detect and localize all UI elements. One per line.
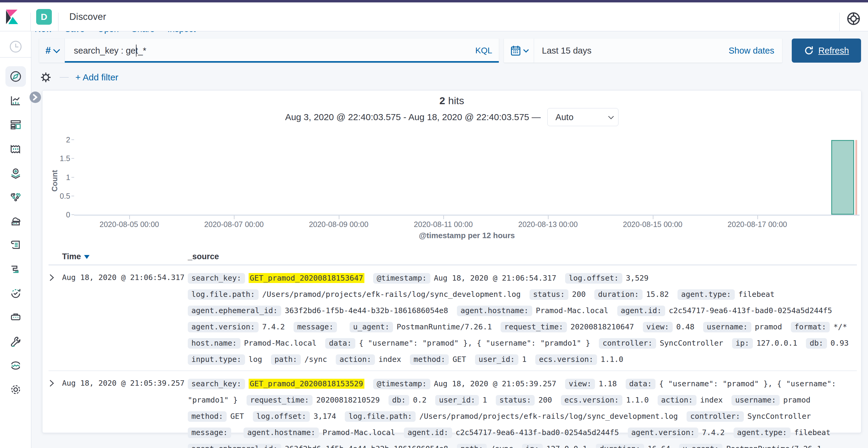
field-value: GET bbox=[453, 355, 466, 364]
field-name-badge: username: bbox=[732, 395, 779, 406]
sidebar-item-discover[interactable] bbox=[5, 66, 26, 87]
field-name-badge: search_key: bbox=[188, 273, 245, 284]
row-source: search_key:GET_pramod_20200818153529 @ti… bbox=[188, 376, 857, 448]
field-name-badge: agent.version: bbox=[628, 427, 699, 438]
time-column-header[interactable]: Time bbox=[62, 252, 188, 261]
sidebar-item-machine-learning[interactable] bbox=[5, 187, 26, 207]
field-name-badge: log.offset: bbox=[253, 411, 310, 422]
app-sidebar bbox=[0, 31, 31, 448]
sidebar-item-management[interactable] bbox=[5, 379, 26, 400]
query-text: search_key : get_* bbox=[74, 46, 146, 56]
sidebar-item-canvas[interactable] bbox=[5, 138, 26, 159]
field-name-badge: message: bbox=[293, 322, 337, 333]
time-range-value[interactable]: Last 15 days bbox=[534, 46, 728, 56]
field-value: log bbox=[249, 355, 262, 364]
hits-count: 2hits bbox=[42, 95, 861, 107]
expand-row-button[interactable] bbox=[49, 270, 62, 368]
sidebar-item-logs[interactable] bbox=[5, 235, 26, 255]
field-value: 7.4.2 bbox=[702, 428, 724, 437]
sidebar-item-siem[interactable] bbox=[5, 307, 26, 328]
field-value: Pramod-Mac.local bbox=[536, 306, 609, 315]
x-tick-mark bbox=[339, 215, 339, 219]
apm-icon bbox=[9, 263, 22, 276]
y-tick-mark bbox=[71, 196, 74, 196]
field-name-badge: @timestamp: bbox=[373, 379, 430, 389]
discover-icon bbox=[9, 70, 22, 83]
add-filter-link[interactable]: + Add filter bbox=[75, 72, 119, 82]
field-name-badge: input.type: bbox=[188, 354, 245, 365]
field-value: /sync bbox=[304, 355, 327, 364]
current-time-marker bbox=[855, 140, 857, 215]
field-name-badge: agent.hostname: bbox=[457, 306, 532, 316]
table-header: Time _source bbox=[49, 248, 857, 265]
field-value: c2c54717-9ea6-413f-bad0-0254a5d244f5 bbox=[456, 428, 619, 437]
field-value: GET_pramod_20200818153529 bbox=[249, 379, 364, 388]
filter-settings-gear-icon[interactable] bbox=[39, 71, 53, 84]
field-name-badge: log.file.path: bbox=[188, 289, 258, 300]
refresh-button[interactable]: Refresh bbox=[792, 38, 861, 63]
y-tick-mark bbox=[71, 177, 74, 178]
field-name-badge: action: bbox=[658, 395, 696, 406]
field-name-badge: duration: bbox=[596, 444, 644, 448]
canvas-icon bbox=[9, 142, 22, 156]
hits-label: hits bbox=[448, 95, 464, 106]
field-value: /Users/pramod/projects/efk-rails/log/syn… bbox=[262, 290, 521, 299]
sidebar-item-dev-tools[interactable] bbox=[5, 331, 26, 352]
date-quick-select-button[interactable] bbox=[504, 38, 534, 63]
sidebar-item-stack-monitoring[interactable] bbox=[5, 355, 26, 376]
x-tick-mark bbox=[234, 215, 235, 219]
interval-value: Auto bbox=[555, 112, 574, 122]
sidebar-item-uptime[interactable] bbox=[5, 283, 26, 304]
filter-bar: + Add filter bbox=[39, 70, 119, 85]
discover-main-panel: 2hits Aug 3, 2020 @ 22:40:03.575 - Aug 1… bbox=[42, 90, 861, 433]
x-tick-mark bbox=[443, 215, 444, 219]
header-divider bbox=[30, 13, 31, 31]
field-value: 0.48 bbox=[676, 322, 694, 331]
histogram-bar[interactable] bbox=[831, 140, 854, 215]
x-tick-label: 2020-08-15 00:00 bbox=[623, 220, 682, 229]
kibana-logo[interactable] bbox=[5, 8, 19, 26]
interval-select[interactable]: Auto bbox=[547, 108, 618, 126]
sidebar-item-visualize[interactable] bbox=[5, 90, 26, 111]
field-name-badge: format: bbox=[791, 322, 830, 333]
field-value: 363f2bd6-1f5b-4e44-b32b-1861686054e8 bbox=[285, 444, 448, 448]
query-language-button[interactable]: KQL bbox=[475, 38, 492, 63]
filter-type-button[interactable]: # bbox=[39, 38, 65, 63]
sidebar-item-metrics[interactable] bbox=[5, 211, 26, 231]
sidebar-item-recently-viewed[interactable] bbox=[8, 39, 24, 55]
sidebar-item-maps[interactable] bbox=[5, 163, 26, 183]
field-value: PostmanRuntime/7.26.1 bbox=[397, 322, 492, 331]
field-value: index bbox=[700, 395, 723, 404]
y-tick-mark bbox=[71, 214, 74, 215]
chevron-right-icon bbox=[49, 379, 55, 387]
expand-row-button[interactable] bbox=[49, 376, 62, 448]
field-value: SyncController bbox=[747, 412, 811, 421]
x-tick-mark bbox=[757, 215, 758, 219]
header-divider-3 bbox=[839, 13, 840, 31]
logs-icon bbox=[9, 238, 22, 252]
filter-divider bbox=[60, 77, 69, 78]
clock-icon bbox=[9, 40, 22, 53]
expand-field-list-button[interactable] bbox=[30, 92, 41, 103]
field-value: 1.1.0 bbox=[601, 355, 623, 364]
space-badge[interactable]: D bbox=[36, 9, 52, 25]
siem-icon bbox=[9, 311, 22, 324]
header-divider-2 bbox=[58, 13, 59, 31]
field-value: c2c54717-9ea6-413f-bad0-0254a5d244f5 bbox=[669, 306, 832, 315]
sidebar-divider bbox=[0, 57, 31, 58]
field-name-badge: agent.ephemeral_id: bbox=[188, 444, 281, 448]
show-dates-link[interactable]: Show dates bbox=[728, 46, 782, 56]
row-time: Aug 18, 2020 @ 21:06:54.317 bbox=[62, 270, 188, 368]
documents-table: Time _source Aug 18, 2020 @ 21:06:54.317… bbox=[49, 248, 857, 433]
sidebar-item-apm[interactable] bbox=[5, 259, 26, 279]
field-name-badge: u_agent: bbox=[679, 444, 722, 448]
sidebar-item-dashboard[interactable] bbox=[5, 114, 26, 135]
hits-number: 2 bbox=[439, 95, 445, 106]
time-range-subtitle: Aug 3, 2020 @ 22:40:03.575 - Aug 18, 202… bbox=[285, 112, 541, 122]
field-name-badge: duration: bbox=[594, 289, 642, 300]
field-value: 20200818210529 bbox=[316, 395, 380, 404]
search-input[interactable]: search_key : get_* bbox=[65, 38, 499, 63]
page-title: Discover bbox=[69, 2, 106, 31]
highlighted-value: GET_pramod_20200818153529 bbox=[249, 379, 364, 389]
help-button[interactable] bbox=[846, 11, 861, 27]
